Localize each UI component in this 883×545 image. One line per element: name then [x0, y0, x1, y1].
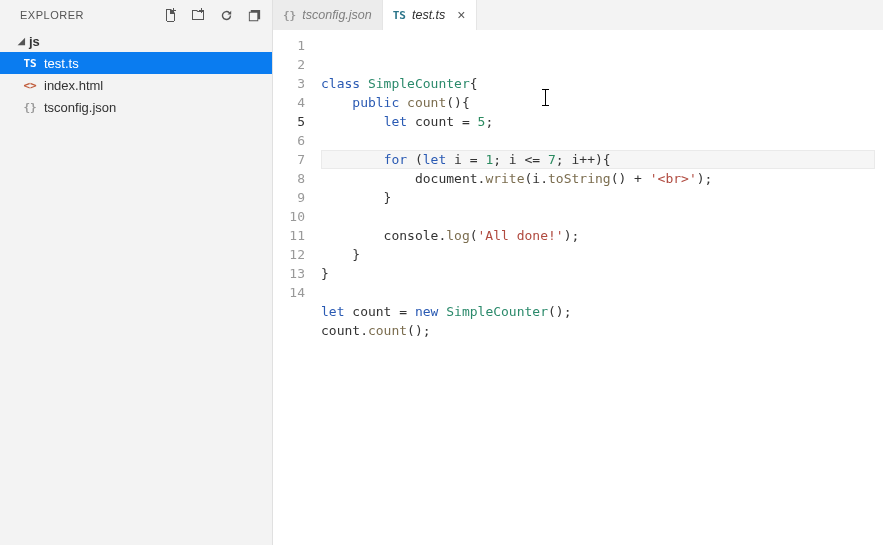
explorer-title: EXPLORER — [20, 9, 162, 21]
editor-area: {}tsconfig.jsonTStest.ts× 12345678910111… — [273, 0, 883, 545]
json-file-icon: {} — [22, 101, 38, 114]
close-icon[interactable]: × — [457, 8, 465, 22]
file-row-index-html[interactable]: <>index.html — [0, 74, 272, 96]
tab-bar: {}tsconfig.jsonTStest.ts× — [273, 0, 883, 30]
tab-label: tsconfig.json — [302, 8, 371, 22]
file-label: tsconfig.json — [44, 100, 116, 115]
refresh-icon[interactable] — [218, 7, 234, 23]
code-line[interactable]: class SimpleCounter{ — [321, 74, 883, 93]
code-line[interactable]: let count = new SimpleCounter(); — [321, 302, 883, 321]
line-number: 8 — [273, 169, 305, 188]
code-line[interactable] — [321, 283, 883, 302]
line-number: 6 — [273, 131, 305, 150]
file-row-test-ts[interactable]: TStest.ts — [0, 52, 272, 74]
text-cursor — [545, 89, 546, 106]
new-folder-icon[interactable] — [190, 7, 206, 23]
code-line[interactable] — [321, 131, 883, 150]
tab-tsconfig-json[interactable]: {}tsconfig.json — [273, 0, 383, 30]
code-line[interactable]: } — [321, 245, 883, 264]
new-file-icon[interactable] — [162, 7, 178, 23]
code-line[interactable]: let count = 5; — [321, 112, 883, 131]
collapse-all-icon[interactable] — [246, 7, 262, 23]
chevron-down-icon: ◢ — [18, 36, 25, 46]
line-number: 9 — [273, 188, 305, 207]
explorer-sidebar: EXPLORER ◢ js TStest.ts<>index.html{}tsc… — [0, 0, 273, 545]
file-list: TStest.ts<>index.html{}tsconfig.json — [0, 52, 272, 118]
file-label: test.ts — [44, 56, 79, 71]
line-number: 3 — [273, 74, 305, 93]
file-label: index.html — [44, 78, 103, 93]
code-line[interactable]: } — [321, 264, 883, 283]
code-line[interactable]: console.log('All done!'); — [321, 226, 883, 245]
line-number: 13 — [273, 264, 305, 283]
explorer-header: EXPLORER — [0, 0, 272, 30]
json-file-icon: {} — [283, 9, 296, 22]
folder-label: js — [29, 34, 40, 49]
line-number: 12 — [273, 245, 305, 264]
code-line[interactable]: } — [321, 188, 883, 207]
code-line[interactable]: count.count(); — [321, 321, 883, 340]
code-lines[interactable]: class SimpleCounter{ public count(){ let… — [321, 36, 883, 545]
code-line[interactable] — [321, 207, 883, 226]
ts-file-icon: TS — [393, 9, 406, 22]
line-number: 2 — [273, 55, 305, 74]
line-number: 10 — [273, 207, 305, 226]
line-number: 5 — [273, 112, 305, 131]
folder-js[interactable]: ◢ js — [0, 30, 272, 52]
explorer-actions — [162, 7, 262, 23]
file-row-tsconfig-json[interactable]: {}tsconfig.json — [0, 96, 272, 118]
line-number: 4 — [273, 93, 305, 112]
line-number: 14 — [273, 283, 305, 302]
line-number: 11 — [273, 226, 305, 245]
line-number: 1 — [273, 36, 305, 55]
code-line[interactable]: for (let i = 1; i <= 7; i++){ — [321, 150, 875, 169]
code-area[interactable]: 1234567891011121314 class SimpleCounter{… — [273, 30, 883, 545]
line-number-gutter: 1234567891011121314 — [273, 36, 321, 545]
html-file-icon: <> — [22, 79, 38, 92]
code-line[interactable]: document.write(i.toString() + '<br>'); — [321, 169, 883, 188]
code-line[interactable]: public count(){ — [321, 93, 883, 112]
tab-test-ts[interactable]: TStest.ts× — [383, 0, 477, 30]
ts-file-icon: TS — [22, 57, 38, 70]
tab-label: test.ts — [412, 8, 445, 22]
line-number: 7 — [273, 150, 305, 169]
